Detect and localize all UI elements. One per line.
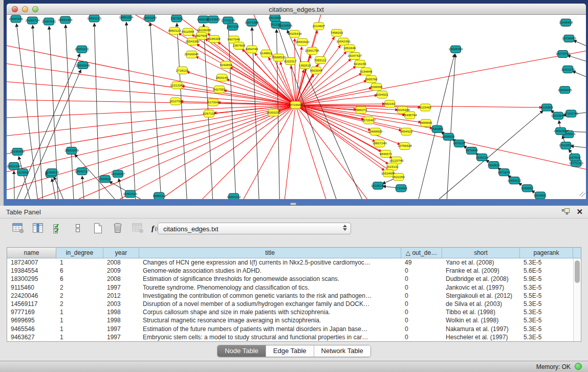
graph-node[interactable]: 12942737 (75, 168, 89, 175)
graph-node[interactable]: 11568533 (45, 169, 59, 176)
graph-node[interactable]: 10642361 (336, 38, 351, 45)
graph-node[interactable]: 9154848 (360, 68, 373, 75)
graph-node[interactable]: 16961758 (305, 47, 319, 54)
graph-node[interactable]: 1640954 (431, 125, 444, 133)
column-header-short[interactable]: short (442, 248, 520, 258)
graph-node[interactable]: 19734893 (562, 35, 576, 42)
graph-node[interactable]: 7458293 (331, 29, 343, 36)
graph-node[interactable]: 15720407 (362, 117, 376, 124)
graph-node[interactable]: 9699695 (420, 119, 432, 126)
graph-node[interactable]: 8813054 (269, 15, 281, 21)
graph-edge[interactable] (79, 105, 296, 199)
graph-node[interactable]: 18640910 (295, 38, 310, 46)
graph-edge[interactable] (18, 156, 30, 199)
graph-node[interactable]: 2718120 (176, 67, 189, 74)
graph-edge[interactable] (573, 40, 586, 46)
table-row[interactable]: 946554611997Estimation of the future num… (7, 325, 581, 333)
graph-node[interactable]: 16648784 (449, 46, 463, 53)
graph-node[interactable]: 2803144 (215, 74, 228, 81)
graph-edge[interactable] (66, 25, 74, 199)
tab-node-table[interactable]: Node Table (217, 345, 266, 357)
graph-node[interactable]: 16543382 (185, 38, 200, 45)
graph-node[interactable]: 8267110 (203, 110, 215, 117)
table-scrollbar-thumb[interactable] (575, 260, 580, 283)
float-panel-icon[interactable] (561, 208, 570, 216)
splitter-grip[interactable] (290, 203, 296, 205)
column-header-title[interactable]: title (139, 248, 401, 258)
graph-node[interactable]: 9245652 (521, 185, 534, 192)
network-canvas[interactable]: 1608794424055724209876412069140618593213… (7, 15, 586, 199)
graph-edge[interactable] (295, 73, 362, 104)
graph-node[interactable]: 3315911 (16, 169, 29, 176)
graph-node[interactable]: 18300295 (266, 109, 280, 116)
graph-node[interactable]: 1861646 (343, 45, 356, 52)
table-row[interactable]: 977716911998Corpus callosum shape and si… (7, 308, 581, 316)
table-row[interactable]: 1456911722003Disruption of a novel membe… (7, 300, 581, 308)
graph-edge[interactable] (7, 82, 295, 105)
graph-node[interactable]: 882160 (384, 100, 395, 107)
table-scrollbar[interactable] (573, 258, 581, 341)
graph-node[interactable]: 14518267 (111, 170, 125, 178)
graph-node[interactable]: 18273742 (556, 50, 570, 57)
create-column-icon[interactable] (91, 222, 104, 235)
tab-network-table[interactable]: Network Table (314, 345, 371, 357)
graph-edge[interactable] (295, 88, 372, 105)
graph-node[interactable]: 20846215 (558, 86, 572, 94)
graph-node[interactable]: 1167534 (569, 154, 581, 161)
graph-node[interactable]: 8912954 (182, 28, 194, 35)
graph-node[interactable]: 9924502 (534, 192, 547, 199)
graph-node[interactable]: 7504510 (99, 176, 112, 183)
graph-edge[interactable] (230, 67, 295, 105)
table-row[interactable]: 911546021997Tourette syndrome. Phenomeno… (7, 283, 581, 292)
table-select[interactable]: citations_edges.txt (158, 223, 351, 234)
select-all-icon[interactable] (51, 222, 64, 235)
graph-node[interactable]: 10653257 (143, 15, 157, 21)
graph-node[interactable]: 1527602 (170, 15, 183, 22)
delete-columns-icon[interactable] (111, 222, 124, 235)
column-header-year[interactable]: year (103, 248, 139, 258)
graph-node[interactable]: 8995786 (365, 76, 378, 83)
graph-node[interactable]: 9840672 (379, 150, 392, 157)
graph-node[interactable]: 2522254 (393, 173, 405, 181)
graph-edge[interactable] (7, 105, 295, 154)
network-window-titlebar[interactable]: citations_edges.txt (7, 4, 586, 15)
graph-node[interactable]: 7955112 (314, 56, 326, 63)
graph-edge[interactable] (52, 179, 55, 199)
graph-node[interactable]: 9115460 (419, 104, 431, 111)
graph-node[interactable]: 8860123 (168, 27, 181, 34)
graph-node[interactable]: 2214807 (313, 23, 325, 30)
column-header-out_de[interactable]: △ out_de… (401, 248, 442, 258)
table-row[interactable]: 2242004622012Investigating the contribut… (7, 292, 581, 300)
graph-node[interactable]: 9588510 (153, 192, 166, 199)
graph-node[interactable]: 18325419 (288, 30, 302, 37)
graph-node[interactable]: 8938923 (442, 133, 455, 140)
graph-node[interactable]: 8454749 (246, 46, 258, 53)
tab-edge-table[interactable]: Edge Table (266, 345, 314, 357)
graph-edge[interactable] (120, 105, 295, 199)
graph-edge[interactable] (295, 105, 402, 130)
column-header-pagerank[interactable]: pagerank (520, 248, 573, 258)
graph-node[interactable]: 18952899 (64, 147, 79, 154)
graph-node[interactable]: 917004 (208, 99, 219, 106)
graph-node[interactable]: 2935114 (476, 154, 488, 161)
graph-edge[interactable] (126, 22, 136, 199)
graph-node[interactable]: 9903044 (310, 67, 323, 74)
graph-node[interactable]: 16210643 (551, 112, 565, 119)
graph-node[interactable]: 11548408 (559, 19, 573, 26)
graph-node[interactable]: 7857224 (227, 23, 239, 30)
graph-node[interactable]: 10688609 (368, 128, 383, 135)
table-row[interactable]: 969969511998Structural magnetic resonanc… (7, 316, 581, 324)
column-header-in_degree[interactable]: in_degree (56, 248, 103, 258)
graph-edge[interactable] (295, 81, 366, 105)
graph-node[interactable]: 17016504 (559, 142, 573, 149)
graph-node[interactable]: 26495764 (403, 112, 417, 119)
graph-edge[interactable] (7, 105, 295, 118)
graph-edge[interactable] (177, 23, 187, 199)
graph-edge[interactable] (295, 95, 377, 105)
graph-edge[interactable] (94, 23, 99, 199)
graph-node[interactable]: 22420046 (184, 51, 199, 58)
graph-node[interactable]: 18807249 (373, 140, 387, 147)
graph-node[interactable]: 7886372 (355, 106, 367, 114)
graph-node[interactable]: 16033809 (206, 16, 221, 23)
table-row[interactable]: 946362711997Embryonic stem cells: a mode… (7, 333, 581, 341)
